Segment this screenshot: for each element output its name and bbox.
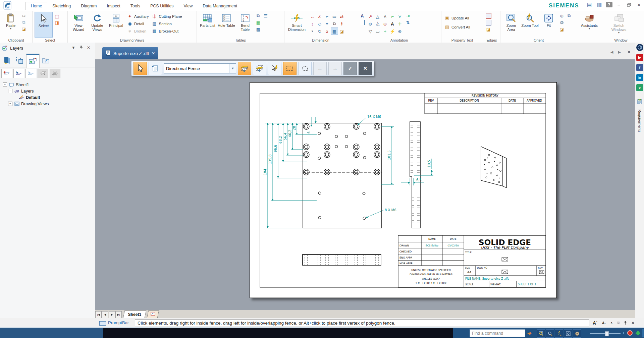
paste-button[interactable]: Paste ▼ bbox=[2, 12, 19, 38]
next-sheet-icon[interactable]: ▶ bbox=[109, 311, 115, 318]
text-box-icon[interactable]: A bbox=[389, 20, 396, 27]
font-increase-icon[interactable]: A˙ bbox=[593, 320, 598, 326]
tab-sketching[interactable]: Sketching bbox=[47, 2, 76, 10]
dimension-style-dropdown-icon[interactable]: ▾ bbox=[309, 27, 316, 35]
circle-dimension-icon[interactable]: ⌀ bbox=[323, 27, 331, 35]
dock-prompt-icon[interactable]: ⍗ bbox=[617, 321, 620, 325]
zoom-slider[interactable]: − + bbox=[585, 331, 625, 336]
bend-table-button[interactable]: 123 Bend Table bbox=[236, 12, 254, 38]
table-grid-icon[interactable]: ▦ bbox=[255, 19, 261, 25]
edge-condition-icon[interactable]: ⚡ bbox=[389, 27, 396, 35]
stacked-dimension-icon[interactable]: ↟ bbox=[338, 20, 345, 27]
tab-layers-icon[interactable] bbox=[26, 54, 40, 68]
auto-dimension-icon[interactable]: ▭ bbox=[331, 13, 338, 20]
edge-painter-icon[interactable]: ◪ bbox=[485, 26, 491, 32]
flat-stack-button[interactable] bbox=[253, 62, 266, 75]
panel-pin-icon[interactable] bbox=[79, 45, 83, 50]
grid-dimension-icon[interactable]: ▦ bbox=[331, 27, 338, 35]
upload-arrow-icon[interactable] bbox=[635, 330, 641, 334]
community-icon[interactable]: x bbox=[636, 84, 643, 91]
select-tool-button[interactable] bbox=[133, 62, 147, 75]
cutting-plane-button[interactable]: ⎅ Cutting Plane bbox=[151, 13, 182, 20]
zoom-tool-button[interactable]: Zoom Tool bbox=[521, 12, 539, 38]
tab-query-icon[interactable]: ? bbox=[40, 54, 52, 67]
expand-icon[interactable]: + bbox=[8, 102, 12, 106]
visible-edges-icon[interactable] bbox=[485, 13, 491, 19]
dimension-painter-icon[interactable]: ◪ bbox=[338, 27, 345, 35]
table-list-icon[interactable]: ☰ bbox=[263, 13, 269, 19]
zoom-in-plus-icon[interactable]: + bbox=[622, 331, 625, 336]
update-views-button[interactable]: Update Views bbox=[89, 12, 106, 38]
callout-icon[interactable]: A̲ bbox=[359, 13, 365, 19]
document-area-close-icon[interactable]: ✕ bbox=[627, 49, 631, 55]
taskbar-zoom-icon[interactable] bbox=[546, 329, 554, 338]
quickpick-button[interactable] bbox=[268, 62, 281, 75]
taskbar-app-segment[interactable] bbox=[103, 328, 453, 338]
collapse-icon[interactable]: − bbox=[8, 89, 12, 93]
top-only-button[interactable] bbox=[238, 62, 251, 75]
new-layer-button[interactable]: ✱ bbox=[1, 69, 12, 78]
tab-scroll-left-icon[interactable]: ◀ bbox=[610, 50, 613, 54]
taskbar-zoom-tool-icon[interactable] bbox=[555, 329, 563, 338]
last-sheet-icon[interactable]: ▶| bbox=[115, 311, 122, 318]
datum-frame-icon[interactable]: -A- bbox=[381, 13, 389, 20]
bolt-circle-icon[interactable]: ⊛ bbox=[396, 27, 404, 35]
tab-data-management[interactable]: Data Management bbox=[198, 2, 242, 10]
sheet-tab-sheet1[interactable]: Sheet1 bbox=[123, 311, 147, 318]
circle-callout-icon[interactable]: ⊘ bbox=[367, 20, 374, 27]
tree-item-layers[interactable]: − Layers bbox=[0, 88, 95, 94]
paste-dropdown-icon[interactable]: ▼ bbox=[9, 27, 12, 31]
show-layer-button[interactable] bbox=[25, 69, 36, 78]
arrow-dimension-icon[interactable]: ↻ bbox=[316, 27, 323, 35]
pan-icon[interactable]: ❂ bbox=[559, 19, 565, 25]
format-painter-icon[interactable]: ◪ bbox=[21, 26, 27, 32]
assistants-button[interactable]: Assistants ▼ bbox=[579, 12, 599, 38]
select-button[interactable]: Select bbox=[35, 12, 53, 38]
first-sheet-icon[interactable]: |◀ bbox=[95, 311, 102, 318]
surface-texture-icon[interactable]: ⏃ bbox=[374, 20, 381, 27]
tab-tools[interactable]: Tools bbox=[125, 2, 145, 10]
close-prompt-icon[interactable]: ✕ bbox=[631, 321, 635, 325]
tree-item-drawing-views[interactable]: + Drawing Views bbox=[0, 101, 95, 107]
tree-item-default-layer[interactable]: Default bbox=[0, 94, 95, 101]
hole-table-button[interactable]: Hole Table bbox=[218, 12, 235, 38]
requirements-tab[interactable]: Requirements bbox=[638, 109, 642, 132]
center-mark-icon[interactable]: ✛ bbox=[396, 20, 404, 27]
connector-icon[interactable]: ⌐ bbox=[389, 13, 396, 20]
angle-between-icon[interactable]: ∠ bbox=[316, 13, 323, 20]
table-copy-icon[interactable]: ⧉ bbox=[255, 13, 261, 19]
drawing-canvas[interactable]: Directional Fence ▼ ← → ✓ ✕ bbox=[95, 59, 635, 310]
pin-prompt-icon[interactable] bbox=[624, 320, 627, 326]
taskbar-zoom-area-icon[interactable] bbox=[537, 329, 545, 338]
cut-icon[interactable]: ✂ bbox=[21, 13, 27, 19]
youtube-icon[interactable]: ▶ bbox=[636, 54, 643, 61]
align-text-icon[interactable]: ⇥ bbox=[405, 13, 411, 19]
quickbar-options-button[interactable] bbox=[149, 62, 162, 75]
copy-icon[interactable]: ⧉ bbox=[21, 19, 27, 25]
balloon-icon[interactable]: △ bbox=[374, 13, 381, 20]
datum-target-icon[interactable]: ▽ bbox=[367, 27, 374, 35]
align-annotations-icon[interactable]: ⇅ bbox=[405, 19, 411, 25]
collapse-prompt-icon[interactable]: ∧ bbox=[610, 321, 613, 325]
tab-selection-sets-icon[interactable] bbox=[13, 54, 26, 67]
view-wizard-button[interactable]: View Wizard bbox=[70, 12, 87, 38]
detail-button[interactable]: ◉ Detail bbox=[126, 20, 149, 27]
document-close-icon[interactable]: ✕ bbox=[152, 51, 155, 56]
copy-dimension-icon[interactable]: ⇄ bbox=[338, 13, 345, 20]
select-options-icon[interactable]: ◨ bbox=[54, 19, 60, 25]
tab-view[interactable]: View bbox=[178, 2, 198, 10]
document-tab[interactable]: Suporte eixo Z .dft ✕ bbox=[102, 47, 158, 59]
zoom-area-button[interactable]: Zoom Area bbox=[502, 12, 520, 38]
hidden-edges-icon[interactable] bbox=[485, 19, 491, 25]
distance-between-icon[interactable]: ↔ bbox=[309, 13, 316, 20]
assistants-dropdown-icon[interactable]: ▼ bbox=[588, 27, 591, 31]
previous-view-icon[interactable]: ⧉ bbox=[566, 13, 572, 19]
parts-list-button[interactable]: Parts List bbox=[199, 12, 216, 38]
drawing-sheet[interactable]: REVISION HISTORY REV DESCRIPTION DATE AP… bbox=[250, 82, 557, 298]
panel-dropdown-icon[interactable]: ▼ bbox=[71, 45, 75, 50]
taskbar-fit-icon[interactable] bbox=[564, 329, 572, 338]
tab-scroll-right-icon[interactable]: ▶ bbox=[618, 50, 621, 54]
collapse-icon[interactable]: − bbox=[3, 82, 7, 87]
app-icon[interactable] bbox=[3, 1, 13, 10]
minimize-icon[interactable]: – bbox=[615, 2, 623, 8]
